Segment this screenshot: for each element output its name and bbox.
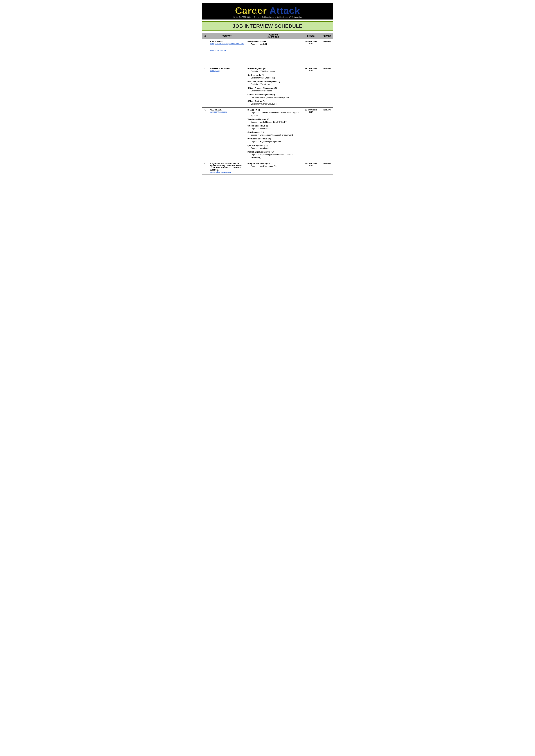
requirements-list: Degree in Computer Sciences/Information …: [251, 111, 299, 117]
requirement-item: Diploma in Civil Engineering: [251, 76, 299, 79]
row-date: 29-30 October 2014: [301, 39, 321, 48]
company-url[interactable]: www.asahikosei.com: [210, 111, 227, 113]
company-url[interactable]: www.pbebank.com/corporate/hr/index.html: [210, 42, 244, 45]
position-title: Officer, Property Management (1): [247, 87, 299, 89]
row-date: 28-30 October 2014: [301, 66, 321, 108]
table-row: 4.ASAHI KOSEIwww.asahikosei.comIT Suppor…: [202, 108, 333, 161]
position-title: Shipping Executive (2): [247, 125, 299, 127]
requirement-item: Degree in any discipline: [251, 127, 299, 130]
requirements-list: Bachelor of Civil Engineering: [251, 70, 299, 73]
requirement-item: Bachelor of Architecture: [251, 83, 299, 86]
table-header-row: NO COMPANY POSITIONS (VACANCIES) DATE(S)…: [202, 33, 333, 39]
company-url[interactable]: www.prodigymalaysia.com: [210, 171, 231, 173]
company-name: ASAHI KOSEI: [210, 109, 244, 111]
row-no: 4.: [202, 108, 208, 161]
table-row: 1.PUBLIC BANKwww.pbebank.com/corporate/h…: [202, 39, 333, 48]
requirements-list: Diploma in any discipline: [251, 90, 299, 92]
gap-date: [301, 48, 321, 66]
row-remark: Interview: [321, 66, 333, 108]
gap-remark: [321, 48, 333, 66]
requirement-item: Bachelor of Civil Engineering: [251, 70, 299, 73]
header-title: Career Attack: [205, 6, 330, 15]
table-row-gap: www.neural.com.my: [202, 48, 333, 66]
position-title: Production Executive (20): [247, 138, 299, 140]
table-row: 5.Program for the Development of Ingenio…: [202, 161, 333, 175]
position-title: Clerk -of-works (9): [247, 74, 299, 76]
requirement-item: Degree in any field & can drive FORKLIFT: [251, 121, 299, 123]
requirements-list: Degree in any discipline: [251, 127, 299, 130]
position-title: QA/QC Engineering (5): [247, 144, 299, 147]
row-company: Program for the Development of Ingenious…: [208, 161, 246, 175]
requirements-list: Degree in Engineering or equivalent: [251, 140, 299, 143]
row-no: 3.: [202, 66, 208, 108]
requirements-list: Degree in any Engineering Field: [251, 165, 299, 168]
requirements-list: Degree in any field: [251, 43, 299, 46]
position-title: Mould& Jigs Engineering (10): [247, 151, 299, 153]
schedule-title: JOB INTERVIEW SCHEDULE: [206, 23, 329, 29]
row-remark: Interview: [321, 161, 333, 175]
career-text: Career: [235, 5, 267, 16]
header-banner: Career Attack 28 - 30 OCTOBER 2014 | 9.0…: [202, 3, 333, 19]
requirement-item: Degree in Computer Sciences/Information …: [251, 111, 299, 117]
requirement-item: Degree in any Engineering Field: [251, 165, 299, 168]
row-company: I&P GROUP SDN BHDwww.inp.my: [208, 66, 246, 108]
requirements-list: Degree in Engineering (Metal fabrication…: [251, 153, 299, 159]
requirements-list: Diploma in Quantity Surveying: [251, 102, 299, 105]
requirement-item: Degree in Engineering or equivalent: [251, 140, 299, 143]
position-title: Warehouse Manager (2): [247, 118, 299, 121]
position-title: Officer, Asset Management (2): [247, 94, 299, 96]
requirements-list: Degree in any discipline: [251, 147, 299, 149]
position-title: CNC Engineer (20): [247, 131, 299, 133]
row-positions: Management TraineeDegree in any field: [246, 39, 301, 48]
position-title: IT Support (2): [247, 109, 299, 111]
row-positions: Program Participant (50)Degree in any En…: [246, 161, 301, 175]
position-title: Officer, Contract (1): [247, 100, 299, 102]
gap-no: [202, 48, 208, 66]
requirement-item: Degree in any field: [251, 43, 299, 46]
requirements-list: Diploma in Civil Engineering: [251, 76, 299, 79]
col-header-dates: DATE(S): [301, 33, 321, 39]
requirement-item: Diploma in Building/Real Estate Manageme…: [251, 96, 299, 99]
col-header-company: COMPANY: [208, 33, 246, 39]
requirements-list: Degree in Engineering (Mechanical) or eq…: [251, 134, 299, 137]
table-row: 3.I&P GROUP SDN BHDwww.inp.myProject Eng…: [202, 66, 333, 108]
company-name: PETRONAS TECHNICAL TRAINING SDN.BHD.: [210, 167, 244, 171]
gap-company: www.neural.com.my: [208, 48, 246, 66]
job-table: NO COMPANY POSITIONS (VACANCIES) DATE(S)…: [202, 33, 333, 175]
row-remark: Interview: [321, 108, 333, 161]
position-title: Management Trainee: [247, 40, 299, 42]
row-no: 5.: [202, 161, 208, 175]
requirements-list: Diploma in Building/Real Estate Manageme…: [251, 96, 299, 99]
position-title: Program Participant (50): [247, 162, 299, 165]
company-url[interactable]: www.inp.my: [210, 70, 219, 72]
attack-text: Attack: [269, 5, 300, 16]
position-title: Executive, Product Development (2): [247, 80, 299, 83]
positions-label: POSITIONS: [268, 34, 278, 36]
row-positions: IT Support (2)Degree in Computer Science…: [246, 108, 301, 161]
requirement-item: Diploma in Quantity Surveying: [251, 102, 299, 105]
schedule-banner: JOB INTERVIEW SCHEDULE: [202, 21, 333, 31]
company-name: PUBLIC BANK: [210, 40, 244, 42]
requirement-item: Degree in Engineering (Metal fabrication…: [251, 153, 299, 159]
requirement-item: Degree in Engineering (Mechanical) or eq…: [251, 134, 299, 137]
vacancies-label: (VACANCIES): [268, 36, 279, 38]
col-header-no: NO: [202, 33, 208, 39]
requirement-item: Diploma in any discipline: [251, 90, 299, 92]
row-date: 28-29 October 2014: [301, 161, 321, 175]
col-header-remark: REMARK: [321, 33, 333, 39]
gap-positions: [246, 48, 301, 66]
neutral-link[interactable]: www.neural.com.my: [210, 49, 226, 51]
row-positions: Project Engineer (6)Bachelor of Civil En…: [246, 66, 301, 108]
header-subtitle: 28 - 30 OCTOBER 2014 | 9.00 am - 5.00 pm…: [205, 16, 330, 18]
row-remark: Interview: [321, 39, 333, 48]
company-name: Program for the Development of Ingenious…: [210, 162, 244, 167]
row-no: 1.: [202, 39, 208, 48]
row-company: ASAHI KOSEIwww.asahikosei.com: [208, 108, 246, 161]
row-date: 28-29 October 2014: [301, 108, 321, 161]
requirement-item: Degree in any discipline: [251, 147, 299, 149]
company-name: I&P GROUP SDN BHD: [210, 68, 244, 70]
position-title: Project Engineer (6): [247, 68, 299, 70]
row-company: PUBLIC BANKwww.pbebank.com/corporate/hr/…: [208, 39, 246, 48]
col-header-positions: POSITIONS (VACANCIES): [246, 33, 301, 39]
requirements-list: Degree in any field & can drive FORKLIFT: [251, 121, 299, 123]
